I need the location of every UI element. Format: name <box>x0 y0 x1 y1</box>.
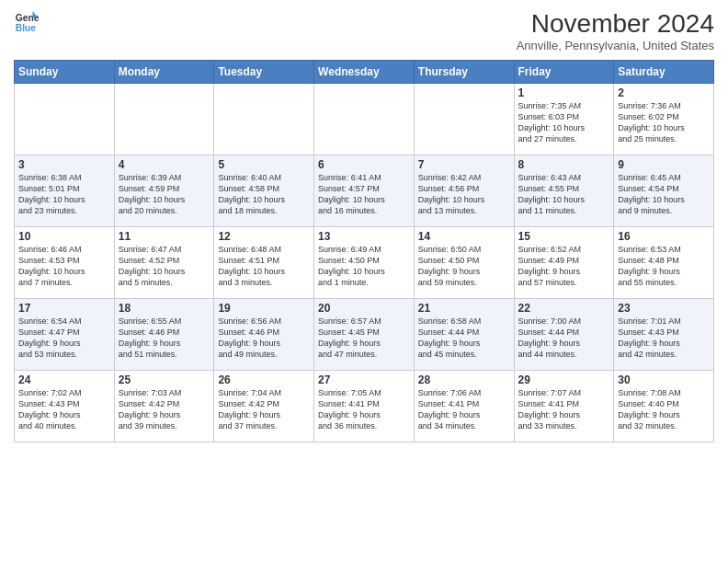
week-row-4: 24Sunrise: 7:02 AM Sunset: 4:43 PM Dayli… <box>15 371 714 442</box>
day-cell: 30Sunrise: 7:08 AM Sunset: 4:40 PM Dayli… <box>614 371 714 442</box>
col-friday: Friday <box>514 61 614 84</box>
day-number: 13 <box>318 230 410 243</box>
day-cell <box>414 84 514 155</box>
col-saturday: Saturday <box>614 61 714 84</box>
day-number: 16 <box>618 230 710 243</box>
day-info: Sunrise: 6:57 AM Sunset: 4:45 PM Dayligh… <box>318 316 410 361</box>
day-cell: 27Sunrise: 7:05 AM Sunset: 4:41 PM Dayli… <box>314 371 415 442</box>
day-info: Sunrise: 6:40 AM Sunset: 4:58 PM Dayligh… <box>218 172 310 217</box>
day-cell: 19Sunrise: 6:56 AM Sunset: 4:46 PM Dayli… <box>214 299 314 371</box>
day-info: Sunrise: 6:38 AM Sunset: 5:01 PM Dayligh… <box>18 172 110 217</box>
day-cell: 29Sunrise: 7:07 AM Sunset: 4:41 PM Dayli… <box>514 371 614 442</box>
day-number: 23 <box>618 302 710 315</box>
day-cell: 5Sunrise: 6:40 AM Sunset: 4:58 PM Daylig… <box>214 155 314 227</box>
day-cell: 16Sunrise: 6:53 AM Sunset: 4:48 PM Dayli… <box>614 227 714 299</box>
day-cell: 24Sunrise: 7:02 AM Sunset: 4:43 PM Dayli… <box>15 371 115 442</box>
day-cell: 3Sunrise: 6:38 AM Sunset: 5:01 PM Daylig… <box>15 155 115 227</box>
day-info: Sunrise: 6:46 AM Sunset: 4:53 PM Dayligh… <box>18 244 110 289</box>
day-number: 5 <box>218 158 310 171</box>
page: General Blue November 2024 Annville, Pen… <box>0 0 728 563</box>
col-thursday: Thursday <box>414 61 514 84</box>
col-tuesday: Tuesday <box>214 61 314 84</box>
day-number: 12 <box>218 230 310 243</box>
svg-text:Blue: Blue <box>16 23 37 33</box>
day-number: 2 <box>618 86 710 99</box>
day-cell <box>214 84 314 155</box>
day-number: 7 <box>418 158 510 171</box>
day-info: Sunrise: 6:50 AM Sunset: 4:50 PM Dayligh… <box>418 244 510 289</box>
day-cell: 8Sunrise: 6:43 AM Sunset: 4:55 PM Daylig… <box>514 155 614 227</box>
day-info: Sunrise: 7:05 AM Sunset: 4:41 PM Dayligh… <box>318 387 410 432</box>
day-cell: 15Sunrise: 6:52 AM Sunset: 4:49 PM Dayli… <box>514 227 614 299</box>
day-cell: 4Sunrise: 6:39 AM Sunset: 4:59 PM Daylig… <box>114 155 214 227</box>
day-info: Sunrise: 6:48 AM Sunset: 4:51 PM Dayligh… <box>218 244 310 289</box>
day-cell: 17Sunrise: 6:54 AM Sunset: 4:47 PM Dayli… <box>15 299 115 371</box>
day-cell: 26Sunrise: 7:04 AM Sunset: 4:42 PM Dayli… <box>214 371 314 442</box>
day-number: 4 <box>119 158 210 171</box>
day-info: Sunrise: 6:41 AM Sunset: 4:57 PM Dayligh… <box>318 172 410 217</box>
day-cell: 11Sunrise: 6:47 AM Sunset: 4:52 PM Dayli… <box>114 227 214 299</box>
day-info: Sunrise: 7:35 AM Sunset: 6:03 PM Dayligh… <box>518 100 610 145</box>
location: Annville, Pennsylvania, United States <box>517 39 714 52</box>
day-number: 20 <box>318 302 410 315</box>
day-cell <box>314 84 415 155</box>
day-cell <box>114 84 214 155</box>
logo-icon: General Blue <box>14 9 40 35</box>
col-sunday: Sunday <box>15 61 115 84</box>
day-info: Sunrise: 6:58 AM Sunset: 4:44 PM Dayligh… <box>418 316 510 361</box>
day-cell: 25Sunrise: 7:03 AM Sunset: 4:42 PM Dayli… <box>114 371 214 442</box>
day-cell: 14Sunrise: 6:50 AM Sunset: 4:50 PM Dayli… <box>414 227 514 299</box>
day-info: Sunrise: 7:04 AM Sunset: 4:42 PM Dayligh… <box>218 387 310 432</box>
day-info: Sunrise: 6:52 AM Sunset: 4:49 PM Dayligh… <box>518 244 610 289</box>
day-number: 24 <box>18 373 110 386</box>
day-cell: 12Sunrise: 6:48 AM Sunset: 4:51 PM Dayli… <box>214 227 314 299</box>
day-number: 25 <box>119 373 210 386</box>
day-number: 19 <box>218 302 310 315</box>
day-info: Sunrise: 6:45 AM Sunset: 4:54 PM Dayligh… <box>618 172 710 217</box>
day-cell: 21Sunrise: 6:58 AM Sunset: 4:44 PM Dayli… <box>414 299 514 371</box>
header-row: Sunday Monday Tuesday Wednesday Thursday… <box>15 61 714 84</box>
calendar-table: Sunday Monday Tuesday Wednesday Thursday… <box>14 60 714 442</box>
week-row-2: 10Sunrise: 6:46 AM Sunset: 4:53 PM Dayli… <box>15 227 714 299</box>
day-info: Sunrise: 6:42 AM Sunset: 4:56 PM Dayligh… <box>418 172 510 217</box>
title-area: November 2024 Annville, Pennsylvania, Un… <box>517 9 714 52</box>
day-info: Sunrise: 7:07 AM Sunset: 4:41 PM Dayligh… <box>518 387 610 432</box>
day-cell: 13Sunrise: 6:49 AM Sunset: 4:50 PM Dayli… <box>314 227 415 299</box>
day-cell: 18Sunrise: 6:55 AM Sunset: 4:46 PM Dayli… <box>114 299 214 371</box>
day-info: Sunrise: 7:01 AM Sunset: 4:43 PM Dayligh… <box>618 316 710 361</box>
day-number: 14 <box>418 230 510 243</box>
day-info: Sunrise: 7:00 AM Sunset: 4:44 PM Dayligh… <box>518 316 610 361</box>
day-number: 8 <box>518 158 610 171</box>
day-info: Sunrise: 7:03 AM Sunset: 4:42 PM Dayligh… <box>119 387 210 432</box>
day-number: 15 <box>518 230 610 243</box>
day-info: Sunrise: 6:56 AM Sunset: 4:46 PM Dayligh… <box>218 316 310 361</box>
header: General Blue November 2024 Annville, Pen… <box>14 9 714 52</box>
day-number: 26 <box>218 373 310 386</box>
day-cell: 2Sunrise: 7:36 AM Sunset: 6:02 PM Daylig… <box>614 84 714 155</box>
day-cell: 9Sunrise: 6:45 AM Sunset: 4:54 PM Daylig… <box>614 155 714 227</box>
day-number: 10 <box>18 230 110 243</box>
col-wednesday: Wednesday <box>314 61 415 84</box>
day-info: Sunrise: 6:54 AM Sunset: 4:47 PM Dayligh… <box>18 316 110 361</box>
day-number: 9 <box>618 158 710 171</box>
day-number: 27 <box>318 373 410 386</box>
day-info: Sunrise: 6:43 AM Sunset: 4:55 PM Dayligh… <box>518 172 610 217</box>
day-info: Sunrise: 7:06 AM Sunset: 4:41 PM Dayligh… <box>418 387 510 432</box>
month-title: November 2024 <box>517 9 714 39</box>
day-cell: 28Sunrise: 7:06 AM Sunset: 4:41 PM Dayli… <box>414 371 514 442</box>
day-info: Sunrise: 7:08 AM Sunset: 4:40 PM Dayligh… <box>618 387 710 432</box>
day-cell: 22Sunrise: 7:00 AM Sunset: 4:44 PM Dayli… <box>514 299 614 371</box>
day-number: 6 <box>318 158 410 171</box>
day-number: 21 <box>418 302 510 315</box>
logo: General Blue <box>14 9 40 35</box>
day-number: 18 <box>119 302 210 315</box>
col-monday: Monday <box>114 61 214 84</box>
week-row-3: 17Sunrise: 6:54 AM Sunset: 4:47 PM Dayli… <box>15 299 714 371</box>
day-number: 3 <box>18 158 110 171</box>
day-cell: 20Sunrise: 6:57 AM Sunset: 4:45 PM Dayli… <box>314 299 415 371</box>
day-info: Sunrise: 6:47 AM Sunset: 4:52 PM Dayligh… <box>119 244 210 289</box>
day-number: 11 <box>119 230 210 243</box>
day-info: Sunrise: 6:49 AM Sunset: 4:50 PM Dayligh… <box>318 244 410 289</box>
day-info: Sunrise: 6:39 AM Sunset: 4:59 PM Dayligh… <box>119 172 210 217</box>
day-number: 1 <box>518 86 610 99</box>
